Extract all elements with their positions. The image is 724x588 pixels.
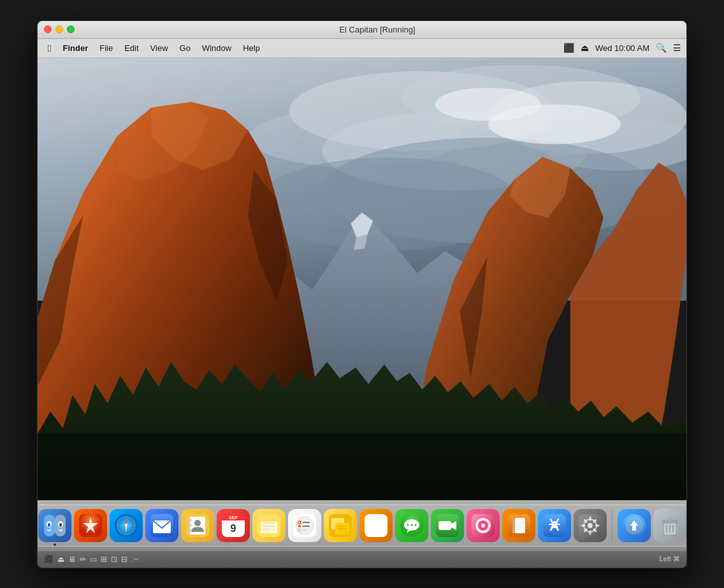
window-title: El Capitan [Running] xyxy=(75,25,680,34)
svg-line-103 xyxy=(593,529,595,531)
status-icon-9[interactable]: 🎮 xyxy=(131,555,141,564)
traffic-lights xyxy=(44,25,75,33)
dock-icon-sysprefs[interactable] xyxy=(574,509,607,542)
calendar-icon: SEP 9 xyxy=(222,514,245,537)
vm-window: El Capitan [Running]  Finder File Edit … xyxy=(37,20,687,568)
dock-icon-contacts[interactable] xyxy=(181,509,214,542)
dock-icon-mail[interactable] xyxy=(145,509,178,542)
menu-finder[interactable]: Finder xyxy=(57,42,93,54)
desktop[interactable] xyxy=(38,58,686,500)
downloads-icon xyxy=(623,514,646,537)
menu-file[interactable]: File xyxy=(94,42,118,54)
launchpad-icon xyxy=(79,514,102,537)
svg-rect-55 xyxy=(261,519,277,522)
dock-icon-appstore[interactable]: A xyxy=(538,509,571,542)
svg-point-57 xyxy=(296,517,314,534)
appstore-icon: A xyxy=(543,514,566,537)
sysprefs-icon xyxy=(579,514,602,537)
apple-menu[interactable]:  xyxy=(43,41,56,55)
dock-divider xyxy=(612,510,612,542)
svg-line-102 xyxy=(584,520,586,522)
safari-icon xyxy=(115,514,138,537)
svg-text:♪: ♪ xyxy=(481,520,484,529)
status-icon-5[interactable]: ▭ xyxy=(90,555,97,564)
list-icon[interactable]: ☰ xyxy=(673,43,681,53)
dock-icon-notes[interactable] xyxy=(252,509,286,542)
status-icon-8[interactable]: ⊟ xyxy=(121,555,127,564)
dock-icon-photos[interactable] xyxy=(359,509,393,542)
dock-icon-downloads[interactable] xyxy=(618,509,651,542)
svg-point-59 xyxy=(298,525,301,527)
dock-icon-facetime[interactable] xyxy=(431,509,464,542)
dock-icon-trash[interactable] xyxy=(653,509,686,542)
svg-point-70 xyxy=(373,523,379,528)
menu-go[interactable]: Go xyxy=(175,42,196,54)
svg-rect-42 xyxy=(188,519,192,521)
eject-icon[interactable]: ⏏ xyxy=(581,43,589,53)
dock-icon-reminders[interactable] xyxy=(288,509,321,542)
dock-icon-ibooks[interactable] xyxy=(502,509,535,542)
svg-point-75 xyxy=(410,524,412,526)
status-icon-1[interactable]: ⬛ xyxy=(44,555,54,564)
status-icon-6[interactable]: ⊞ xyxy=(101,555,107,564)
datetime-display: Wed 10:00 AM xyxy=(595,43,649,53)
dock-container: SEP 9 xyxy=(38,500,686,551)
trash-icon xyxy=(658,514,681,537)
stickies-icon xyxy=(329,514,352,537)
svg-rect-112 xyxy=(667,519,672,521)
contacts-icon xyxy=(186,514,209,537)
svg-point-9 xyxy=(435,87,542,120)
menu-edit[interactable]: Edit xyxy=(119,42,143,54)
svg-rect-78 xyxy=(438,521,451,530)
dock: SEP 9 xyxy=(37,505,687,547)
messages-icon xyxy=(400,514,423,537)
dock-icon-itunes[interactable]: ♪ xyxy=(467,509,500,542)
svg-rect-44 xyxy=(188,529,192,531)
itunes-icon: ♪ xyxy=(472,514,495,537)
status-icon-7[interactable]: ⊡ xyxy=(111,555,117,564)
svg-point-76 xyxy=(414,524,416,526)
svg-point-41 xyxy=(194,520,201,526)
menu-bar:  Finder File Edit View Go Window Help ⬛… xyxy=(38,39,686,58)
dock-icon-finder[interactable] xyxy=(38,509,71,542)
dock-icon-stickies[interactable] xyxy=(324,509,357,542)
wallpaper xyxy=(38,58,686,500)
menu-right: ⬛ ⏏ Wed 10:00 AM 🔍 ☰ xyxy=(563,43,681,53)
status-icon-3[interactable]: 🖥 xyxy=(68,555,76,564)
status-icon-4[interactable]: ✏ xyxy=(80,555,86,564)
notes-icon xyxy=(257,514,280,537)
svg-line-104 xyxy=(593,520,595,522)
svg-rect-87 xyxy=(512,518,515,533)
dock-icon-calendar[interactable]: SEP 9 xyxy=(217,509,250,542)
svg-point-26 xyxy=(48,523,50,527)
search-icon[interactable]: 🔍 xyxy=(656,43,667,53)
valley-floor xyxy=(38,433,686,499)
facetime-icon xyxy=(436,514,459,537)
close-button[interactable] xyxy=(44,25,52,33)
maximize-button[interactable] xyxy=(67,25,75,33)
svg-text:9: 9 xyxy=(230,523,236,534)
dock-icon-launchpad[interactable] xyxy=(74,509,107,542)
title-bar: El Capitan [Running] xyxy=(38,21,686,39)
status-icon-2[interactable]: ⏏ xyxy=(57,555,64,564)
dock-icon-safari[interactable] xyxy=(110,509,143,542)
svg-text:SEP: SEP xyxy=(228,515,237,520)
reminders-icon xyxy=(293,514,316,537)
keyboard-label: Left ⌘ xyxy=(660,555,680,563)
screen-icon[interactable]: ⬛ xyxy=(563,43,574,53)
dock-icon-messages[interactable] xyxy=(395,509,428,542)
dock-dot-finder xyxy=(54,543,56,546)
menu-window[interactable]: Window xyxy=(197,42,236,54)
menu-view[interactable]: View xyxy=(145,42,173,54)
finder-face-icon xyxy=(43,514,66,537)
svg-point-74 xyxy=(407,524,409,526)
svg-point-29 xyxy=(59,523,62,527)
menu-left:  Finder File Edit View Go Window Help xyxy=(43,41,265,55)
svg-point-97 xyxy=(588,523,593,528)
svg-rect-43 xyxy=(188,524,192,526)
minimize-button[interactable] xyxy=(55,25,63,33)
menu-help[interactable]: Help xyxy=(238,42,265,54)
photos-icon xyxy=(365,514,387,537)
mail-icon xyxy=(150,514,173,537)
ibooks-icon xyxy=(507,514,530,537)
